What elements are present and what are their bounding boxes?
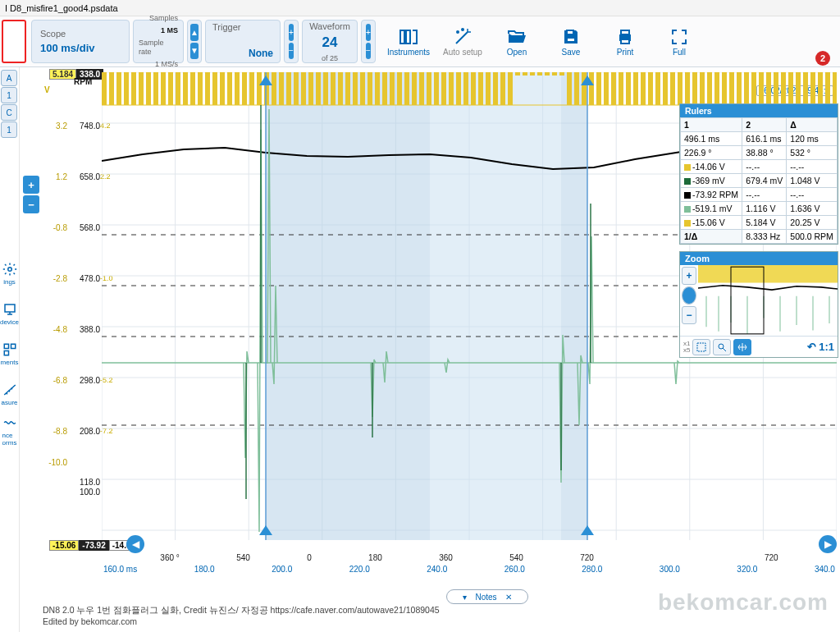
minus-icon[interactable]: − (289, 43, 294, 60)
rulers-panel[interactable]: Rulers 12Δ496.1 ms616.1 ms120 ms226.9 °3… (679, 103, 838, 245)
zoom-out-button[interactable]: − (682, 306, 696, 324)
svg-rect-69 (301, 72, 306, 105)
svg-rect-55 (198, 72, 203, 105)
svg-rect-123 (700, 72, 705, 105)
zoom-reset-button[interactable]: ↶ 1:1 (807, 341, 834, 353)
svg-rect-13 (4, 351, 8, 355)
svg-rect-49 (153, 72, 158, 105)
zoom-in-button[interactable]: + (682, 267, 696, 285)
svg-rect-134 (781, 72, 786, 105)
svg-rect-7 (621, 30, 629, 34)
waveform-prev[interactable]: + − (284, 20, 299, 63)
svg-rect-131 (759, 72, 764, 105)
rulers-table: 12Δ496.1 ms616.1 ms120 ms226.9 °38.88 °5… (680, 117, 838, 244)
svg-rect-108 (589, 72, 594, 105)
zoom-panel[interactable]: Zoom + − (679, 251, 838, 358)
main-toolbar: Scope 100 ms/div Samples 1 MS Sample rat… (0, 16, 840, 67)
svg-rect-46 (131, 72, 136, 105)
plus-icon[interactable]: + (366, 24, 371, 41)
svg-rect-67 (286, 72, 291, 105)
svg-rect-53 (183, 72, 188, 105)
down-icon[interactable]: ▼ (190, 43, 199, 60)
waveform-chart[interactable]: 5.184 338.0 06/02/2025 19:43:4 V RPM 3.2… (20, 67, 840, 632)
svg-rect-0 (400, 30, 404, 44)
samples-info: Samples 1 MS Sample rate 1 MS/s (133, 20, 184, 63)
svg-rect-66 (279, 72, 284, 105)
scroll-right-button[interactable]: ▶ (819, 535, 837, 553)
svg-rect-56 (205, 72, 210, 105)
toolbar-actions: Instruments Auto setup Open Save Print F… (379, 20, 837, 63)
svg-rect-114 (633, 72, 638, 105)
plus-icon[interactable]: + (289, 24, 294, 41)
svg-rect-94 (486, 72, 491, 105)
svg-rect-89 (449, 72, 454, 105)
svg-rect-10 (5, 305, 15, 312)
svg-rect-118 (663, 72, 668, 105)
waveform-value: 24 (322, 34, 338, 51)
svg-rect-43 (109, 72, 114, 105)
timebase-updown[interactable]: ▲ ▼ (187, 20, 202, 63)
instruments-icon (398, 26, 419, 48)
save-button[interactable]: Save (546, 26, 596, 57)
svg-rect-79 (375, 72, 380, 105)
zoom-overview[interactable] (698, 265, 838, 336)
svg-rect-130 (751, 72, 756, 105)
minus-icon[interactable]: − (366, 43, 371, 60)
zoom-pan-button[interactable] (733, 339, 751, 355)
waveform-counter[interactable]: Waveform 24 of 25 (302, 20, 358, 63)
waveform-of: of 25 (322, 54, 338, 62)
svg-rect-112 (619, 72, 623, 105)
svg-rect-139 (818, 72, 823, 105)
svg-rect-120 (678, 72, 682, 105)
notification-badge[interactable]: 2 (815, 51, 830, 66)
zoom-point-button[interactable] (713, 339, 731, 355)
svg-rect-45 (124, 72, 129, 105)
svg-rect-106 (574, 72, 579, 105)
channel-c-button[interactable]: C (1, 104, 17, 121)
channel-a2-button[interactable]: 1 (1, 87, 17, 103)
svg-rect-81 (390, 72, 395, 105)
fullscreen-button[interactable]: Full (655, 26, 704, 57)
svg-rect-88 (441, 72, 446, 105)
instruments-button[interactable]: Instruments (384, 26, 433, 57)
waveform-label: Waveform (309, 21, 350, 31)
print-button[interactable]: Print (600, 26, 650, 57)
waveform-next[interactable]: + − (361, 20, 376, 63)
sidebar-measure[interactable]: asure (0, 369, 19, 408)
svg-rect-57 (212, 72, 217, 105)
trigger-control[interactable]: Trigger None (205, 20, 281, 63)
svg-rect-92 (471, 72, 476, 105)
record-indicator[interactable] (2, 20, 26, 63)
footer-cursor-values: -15.06 -73.92 -14.06 (49, 540, 139, 551)
wand-icon (452, 26, 473, 48)
svg-rect-102 (545, 72, 550, 76)
svg-rect-126 (722, 72, 727, 105)
svg-rect-90 (456, 72, 461, 105)
svg-rect-122 (692, 72, 697, 105)
close-icon[interactable]: ✕ (505, 593, 512, 602)
open-button[interactable]: Open (492, 26, 541, 57)
svg-rect-82 (397, 72, 402, 105)
svg-rect-95 (493, 72, 498, 105)
svg-rect-4 (567, 30, 573, 34)
svg-rect-5 (567, 38, 575, 42)
svg-rect-84 (412, 72, 417, 105)
svg-rect-80 (382, 72, 387, 105)
autosetup-button[interactable]: Auto setup (438, 26, 487, 57)
zoom-marquee-button[interactable] (692, 339, 710, 355)
up-icon[interactable]: ▲ (190, 24, 199, 41)
svg-rect-52 (176, 72, 180, 105)
zoom-title: Zoom (680, 252, 838, 265)
channel-a-button[interactable]: A (1, 70, 17, 86)
sidebar-instruments[interactable]: ments (0, 328, 19, 368)
zoom-slider[interactable] (682, 286, 696, 305)
sidebar-device[interactable]: device (0, 288, 19, 327)
sidebar-reference[interactable]: nce orms (0, 409, 19, 448)
trigger-value: None (249, 48, 273, 59)
svg-rect-115 (641, 72, 646, 105)
sidebar-settings[interactable]: ings (0, 248, 19, 287)
scope-timebase[interactable]: Scope 100 ms/div (31, 20, 130, 63)
notes-tab[interactable]: ▾Notes✕ (446, 589, 528, 604)
channel-c2-button[interactable]: 1 (1, 121, 17, 138)
scroll-left-button[interactable]: ◀ (126, 535, 144, 553)
